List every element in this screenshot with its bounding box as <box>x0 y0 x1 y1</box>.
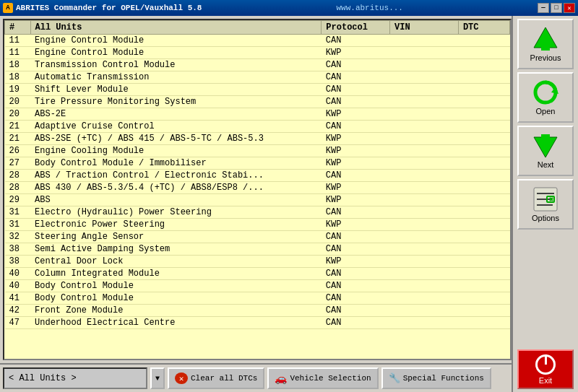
cell-protocol: CAN <box>322 84 390 96</box>
cell-protocol: CAN <box>322 59 390 71</box>
table-row[interactable]: 29ABSKWP <box>5 194 510 206</box>
minimize-button[interactable]: — <box>538 3 549 13</box>
svg-marker-4 <box>534 137 557 157</box>
special-functions-label: Special Functions <box>403 374 484 383</box>
cell-name: Engine Control Module <box>30 35 322 47</box>
vehicle-selection-button[interactable]: 🚗 Vehicle Selection <box>267 367 378 389</box>
cell-protocol: KWP <box>322 108 390 121</box>
cell-dtc <box>458 108 509 121</box>
open-label: Open <box>536 107 556 116</box>
table-container: # All Units Protocol VIN DTC 11Engine Co… <box>3 19 512 360</box>
cell-dtc <box>458 182 509 194</box>
next-button[interactable]: Next <box>517 126 574 176</box>
cell-num: 18 <box>5 71 31 84</box>
table-scroll-wrapper[interactable]: # All Units Protocol VIN DTC 11Engine Co… <box>4 20 510 359</box>
clear-dtcs-label: Clear all DTCs <box>191 374 257 383</box>
options-button[interactable]: Options <box>517 179 574 230</box>
cell-protocol: CAN <box>322 268 390 280</box>
cell-name: Underhood Electrical Centre <box>30 317 322 329</box>
table-row[interactable]: 32Steering Angle SensorCAN <box>5 231 510 243</box>
close-button[interactable]: ✕ <box>564 3 575 13</box>
cell-num: 40 <box>5 268 31 280</box>
cell-num: 21 <box>5 121 31 133</box>
table-row[interactable]: 11Engine Control ModuleCAN <box>5 35 510 47</box>
cell-dtc <box>458 194 509 206</box>
cell-name: Body Control Module / Immobiliser <box>30 157 322 170</box>
open-button[interactable]: Open <box>517 72 574 123</box>
cell-vin <box>390 194 459 206</box>
cell-name: Adaptive Cruise Control <box>30 121 322 133</box>
special-functions-button[interactable]: 🔧 Special Functions <box>381 367 491 389</box>
dropdown-arrow-button[interactable]: ▼ <box>150 367 165 389</box>
cell-vin <box>390 47 459 59</box>
table-row[interactable]: 28ABS 430 / ABS-5.3/5.4 (+TC) / ABS8/ESP… <box>5 182 510 194</box>
cell-num: 32 <box>5 231 31 243</box>
col-header-vin: VIN <box>390 21 459 35</box>
cell-num: 42 <box>5 305 31 317</box>
table-row[interactable]: 40Body Control ModuleCAN <box>5 280 510 292</box>
cell-name: Body Control Module <box>30 280 322 292</box>
cell-protocol: KWP <box>322 256 390 268</box>
table-row[interactable]: 20ABS-2EKWP <box>5 108 510 121</box>
cell-name: Steering Angle Sensor <box>30 231 322 243</box>
cell-protocol: KWP <box>322 47 390 59</box>
cell-dtc <box>458 170 509 182</box>
table-row[interactable]: 40Column Integrated ModuleCAN <box>5 268 510 280</box>
cell-vin <box>390 71 459 84</box>
table-row[interactable]: 11Engine Control ModuleKWP <box>5 47 510 59</box>
table-row[interactable]: 19Shift Lever ModuleCAN <box>5 84 510 96</box>
cell-protocol: CAN <box>322 206 390 219</box>
cell-name: Electro (Hydraulic) Power Steering <box>30 206 322 219</box>
col-header-dtc: DTC <box>458 21 509 35</box>
table-row[interactable]: 31Electro (Hydraulic) Power SteeringCAN <box>5 206 510 219</box>
units-dropdown[interactable]: < All Units > <box>3 367 147 389</box>
table-row[interactable]: 31Electronic Power SteeringKWP <box>5 219 510 231</box>
cell-dtc <box>458 292 509 305</box>
cell-dtc <box>458 35 509 47</box>
title-bar-left: A ABRITES Commander for OPEL/Vauxhall 5.… <box>3 3 202 13</box>
app-title: ABRITES Commander for OPEL/Vauxhall 5.8 <box>16 4 202 12</box>
cell-dtc <box>458 96 509 108</box>
cell-protocol: KWP <box>322 194 390 206</box>
table-row[interactable]: 26Engine Cooling ModuleKWP <box>5 145 510 157</box>
table-row[interactable]: 41Body Control ModuleCAN <box>5 292 510 305</box>
table-row[interactable]: 27Body Control Module / ImmobiliserKWP <box>5 157 510 170</box>
exit-button[interactable]: Exit <box>517 349 574 389</box>
units-table: # All Units Protocol VIN DTC 11Engine Co… <box>4 20 510 329</box>
cell-vin <box>390 219 459 231</box>
table-row[interactable]: 28ABS / Traction Control / Electronic St… <box>5 170 510 182</box>
cell-num: 27 <box>5 157 31 170</box>
cell-num: 31 <box>5 219 31 231</box>
cell-name: Electronic Power Steering <box>30 219 322 231</box>
cell-num: 19 <box>5 84 31 96</box>
cell-vin <box>390 268 459 280</box>
cell-name: ABS / Traction Control / Electronic Stab… <box>30 170 322 182</box>
table-row[interactable]: 42Front Zone ModuleCAN <box>5 305 510 317</box>
cell-num: 11 <box>5 47 31 59</box>
table-row[interactable]: 21Adaptive Cruise ControlCAN <box>5 121 510 133</box>
maximize-button[interactable]: □ <box>551 3 562 13</box>
previous-button[interactable]: Previous <box>517 19 574 69</box>
options-icon <box>532 186 558 212</box>
cell-vin <box>390 59 459 71</box>
table-row[interactable]: 20Tire Pressure Monitoring SystemCAN <box>5 96 510 108</box>
cell-vin <box>390 170 459 182</box>
cell-dtc <box>458 59 509 71</box>
previous-label: Previous <box>530 53 561 62</box>
table-row[interactable]: 18Transmission Control ModuleCAN <box>5 59 510 71</box>
cell-vin <box>390 84 459 96</box>
table-row[interactable]: 47Underhood Electrical CentreCAN <box>5 317 510 329</box>
cell-name: ABS 430 / ABS-5.3/5.4 (+TC) / ABS8/ESP8 … <box>30 182 322 194</box>
cell-dtc <box>458 280 509 292</box>
cell-protocol: CAN <box>322 35 390 47</box>
table-row[interactable]: 38Central Door LockKWP <box>5 256 510 268</box>
units-dropdown-label: < All Units > <box>9 373 77 383</box>
cell-name: ABS-2SE (+TC) / ABS 415 / ABS-5-TC / ABS… <box>30 133 322 145</box>
table-row[interactable]: 38Semi Active Damping SystemCAN <box>5 243 510 256</box>
left-panel: # All Units Protocol VIN DTC 11Engine Co… <box>0 16 513 392</box>
cell-num: 28 <box>5 182 31 194</box>
table-row[interactable]: 21ABS-2SE (+TC) / ABS 415 / ABS-5-TC / A… <box>5 133 510 145</box>
options-label: Options <box>532 214 559 222</box>
clear-dtcs-button[interactable]: ✕ Clear all DTCs <box>168 367 264 389</box>
table-row[interactable]: 18Automatic TransmissionCAN <box>5 71 510 84</box>
